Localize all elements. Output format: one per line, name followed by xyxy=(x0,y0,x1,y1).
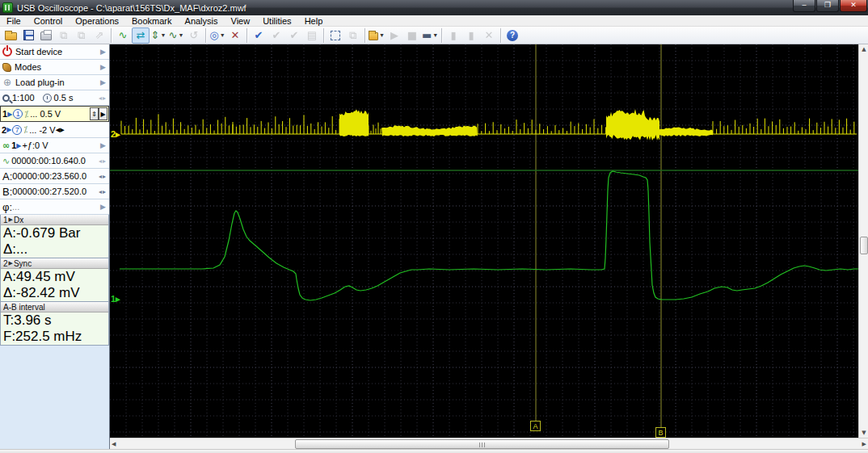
cursor-a-time-row[interactable]: A: 00000:00:23.560.0 ◂▸ xyxy=(0,169,109,184)
channel-1-expand-button[interactable]: ▶ xyxy=(99,107,107,120)
copy-region-button: ⧉ xyxy=(344,27,362,44)
chevron-right-icon: ▶ xyxy=(100,78,106,86)
menu-analysis[interactable]: Analysis xyxy=(179,15,225,27)
horizontal-scale-button[interactable]: ∿▼ xyxy=(167,27,185,44)
scroll-down-icon[interactable]: ▼ xyxy=(859,430,868,436)
panel-ab-header[interactable]: A-B interval xyxy=(1,302,108,312)
toolbar-separator xyxy=(246,28,247,43)
power-icon xyxy=(2,47,12,57)
menu-view[interactable]: View xyxy=(225,15,257,27)
spinner-arrows-icon[interactable]: ◂▸ xyxy=(99,94,107,102)
title-bar[interactable]: USB Oscilloscope - C:\aparat\156TS\Dx_MA… xyxy=(0,0,868,15)
spinner-arrows-icon[interactable]: ◂▸ xyxy=(99,173,107,180)
dropdown-arrow-icon[interactable]: ▼ xyxy=(379,32,385,38)
scroll-up-icon[interactable]: ▲ xyxy=(859,46,868,52)
vertical-scrollbar[interactable]: ▲ ▼ xyxy=(858,44,868,438)
cursor-a-flag[interactable]: A xyxy=(530,421,541,431)
next-frame-button: ▮ xyxy=(462,27,480,44)
dropdown-arrow-icon[interactable]: ▼ xyxy=(178,32,183,38)
toolbar-separator xyxy=(441,28,442,43)
dropdown-arrow-icon[interactable]: ▼ xyxy=(220,32,225,38)
export-wave-button: ⇗ xyxy=(91,27,108,44)
ch1-dx-trace xyxy=(120,171,858,300)
trigger-level-value: 0 V xyxy=(35,141,48,150)
cursor-a-label: A: xyxy=(2,170,12,182)
maximize-button[interactable]: ❐ xyxy=(816,0,839,12)
open-button[interactable] xyxy=(2,27,19,44)
channel-1-updown-button[interactable]: ⇕ xyxy=(90,107,99,120)
next-frame-icon: ▮ xyxy=(468,30,474,40)
print-button[interactable] xyxy=(37,27,55,44)
apply-next-icon: ✔ xyxy=(290,30,299,40)
scope-plot[interactable]: 2▸ 1▸ A B xyxy=(110,44,858,438)
select-region-button[interactable] xyxy=(327,27,344,44)
vertical-scrollbar-thumb[interactable] xyxy=(860,237,868,254)
menu-bar: FileControlOperationsBookmarkAnalysisVie… xyxy=(0,15,868,27)
load-plugin-label: Load plug-in xyxy=(15,78,65,87)
chevron-right-icon: ▶ xyxy=(100,141,106,149)
open-set-button[interactable]: ▼ xyxy=(368,27,386,44)
single-capture-button[interactable]: ∿ xyxy=(114,27,132,44)
menu-bookmark[interactable]: Bookmark xyxy=(125,15,179,27)
marker-tool-button[interactable]: ✕ xyxy=(226,27,244,44)
channel-1-scale-value: ... 0.5 V xyxy=(30,109,61,119)
spinner-arrows-icon[interactable]: ◂▸ xyxy=(56,124,65,135)
menu-utilities[interactable]: Utilities xyxy=(256,15,297,27)
copy-wave-icon: ⧉ xyxy=(60,30,67,40)
folder-icon xyxy=(5,32,17,40)
scroll-left-icon[interactable]: ◀ xyxy=(112,441,116,447)
toolbar-separator xyxy=(500,28,501,43)
zoom-scale-icon xyxy=(2,94,10,102)
apply-all-button: ✔ xyxy=(268,27,285,44)
menu-file[interactable]: File xyxy=(0,15,27,27)
ab-time-value: T:3.96 s xyxy=(1,312,108,329)
sidebar-item-modes[interactable]: Modes ▶ xyxy=(0,60,109,75)
sidebar-item-load-plugin[interactable]: ⊕ Load plug-in ▶ xyxy=(0,75,109,90)
save-button[interactable] xyxy=(19,27,37,44)
probe-1-icon: 1 xyxy=(13,109,23,119)
panel-dx-header[interactable]: 1▶Dx xyxy=(1,215,108,225)
cursor-b-flag[interactable]: B xyxy=(655,427,666,438)
copy-fragment-button: ⧉ xyxy=(73,27,91,44)
channel-2-marker[interactable]: 2▸ xyxy=(111,129,120,140)
apply-next-button: ✔ xyxy=(285,27,303,44)
toolbar-separator xyxy=(323,28,324,43)
minimize-button[interactable]: – xyxy=(793,0,815,12)
help-icon: ? xyxy=(507,30,518,41)
trigger-row[interactable]: ∞ 1 ▶ +ƒ: 0 V ▶ xyxy=(0,138,109,153)
pan-mode-button[interactable]: ⇄ xyxy=(132,27,150,44)
record-time-row[interactable]: ∿ 00000:00:10.640.0 ◂▸ xyxy=(0,153,109,169)
channel-1-marker[interactable]: 1▸ xyxy=(111,294,120,304)
cursor-b-time-row[interactable]: B: 00000:00:27.520.0 ◂▸ xyxy=(0,184,109,199)
menu-control[interactable]: Control xyxy=(27,15,69,27)
horizontal-scrollbar-thumb[interactable] xyxy=(295,439,669,449)
help-button[interactable]: ? xyxy=(504,27,521,44)
zoom-select-button[interactable]: ◎▼ xyxy=(209,27,226,44)
channel-arrow-icon: ▶ xyxy=(16,142,21,149)
menu-help[interactable]: Help xyxy=(298,15,330,27)
menu-operations[interactable]: Operations xyxy=(69,15,125,27)
channel-arrow-icon: ▶ xyxy=(7,111,12,118)
close-button[interactable]: ✕ xyxy=(840,0,867,12)
apply-button[interactable]: ✔ xyxy=(250,27,268,44)
pan-mode-icon: ⇄ xyxy=(137,30,145,40)
sidebar-item-start-device[interactable]: Start device ▶ xyxy=(0,44,109,60)
scale-row[interactable]: 1:100 0.5 s ◂▸ xyxy=(0,90,109,106)
card-set-button[interactable]: ▬▼ xyxy=(421,27,439,44)
dropdown-arrow-icon[interactable]: ▼ xyxy=(160,32,166,38)
vertical-scale-button[interactable]: ⇕▼ xyxy=(150,27,167,44)
spinner-arrows-icon[interactable]: ◂▸ xyxy=(99,157,107,165)
phase-row[interactable]: φ: ... ▶ xyxy=(0,199,109,215)
plugin-icon: ⊕ xyxy=(2,78,12,87)
spinner-arrows-icon[interactable]: ◂▸ xyxy=(99,188,107,195)
scroll-right-icon[interactable]: ▶ xyxy=(862,441,866,447)
channel-1-row[interactable]: 1 ▶ 1 ⁒ ... 0.5 V ⇕ ▶ xyxy=(0,106,109,122)
channel-2-row[interactable]: 2 ▶ 7 ⁒ ... -2 V ◂▸ xyxy=(0,122,109,138)
zoom-ratio-value: 1:100 xyxy=(12,93,35,103)
panel-sync-header[interactable]: 2▶Sync xyxy=(1,258,108,269)
dropdown-arrow-icon[interactable]: ▼ xyxy=(432,32,438,38)
report-icon: ▤ xyxy=(307,30,317,40)
app-window: USB Oscilloscope - C:\aparat\156TS\Dx_MA… xyxy=(0,0,868,453)
channel-arrow-icon: ▶ xyxy=(6,126,11,133)
horizontal-scrollbar[interactable]: ◀ ▶ xyxy=(110,438,868,449)
